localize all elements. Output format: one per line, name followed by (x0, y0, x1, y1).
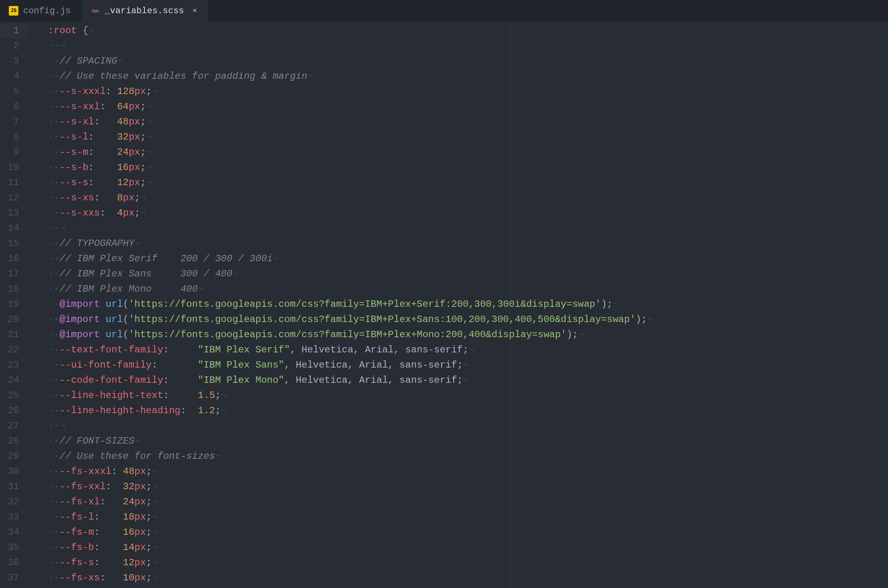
code-line[interactable]: ··--s-xl: 48px;¬ (48, 114, 888, 130)
code-line[interactable]: ··@import url('https://fonts.googleapis.… (48, 327, 888, 342)
token: // IBM Plex Sans 300 / 400 (60, 268, 232, 279)
code-line[interactable]: ··--fs-xl: 24px;¬ (48, 494, 888, 510)
code-line[interactable]: ··--fs-m: 16px;¬ (48, 525, 888, 540)
line-number: 35 (0, 540, 28, 555)
code-line[interactable]: ··--text-font-family: "IBM Plex Serif", … (48, 342, 888, 358)
eol-glyph: ¬ (152, 512, 157, 522)
code-line[interactable]: ··--ui-font-family: "IBM Plex Sans", Hel… (48, 358, 888, 373)
code-line[interactable]: ··// SPACING¬ (48, 54, 888, 69)
indent-guide: ·· (48, 86, 60, 97)
token: px (134, 527, 146, 538)
eol-glyph: ¬ (146, 132, 152, 142)
indent-guide: ·· (48, 496, 60, 507)
token: ; (146, 496, 152, 507)
code-line[interactable]: ··--s-xxs: 4px;¬ (48, 206, 888, 221)
token: ; (146, 542, 152, 553)
token: px (134, 542, 146, 553)
token: --fs-s (60, 557, 94, 568)
line-number: 21 (0, 327, 28, 342)
token: 'https://fonts.googleapis.com/css?family… (129, 314, 636, 325)
token: --s-xxl (60, 101, 100, 112)
code-line[interactable]: ··--s-xxxl: 128px;¬ (48, 84, 888, 99)
code-line[interactable]: ··--s-b: 16px;¬ (48, 160, 888, 175)
eol-glyph: ¬ (117, 56, 123, 66)
indent-guide: ·· (48, 390, 60, 401)
eol-glyph: ¬ (152, 86, 157, 97)
code-line[interactable]: :root {¬ (48, 23, 888, 38)
token: --s-xs (60, 192, 94, 203)
code-line[interactable]: ··// FONT-SIZES¬ (48, 434, 888, 449)
token: px (134, 496, 146, 507)
code-line[interactable]: ··// Use these for font-sizes¬ (48, 449, 888, 464)
code-line[interactable]: ··--s-xs: 8px;¬ (48, 190, 888, 206)
token: : (88, 147, 117, 158)
token: sans-serif (400, 375, 457, 386)
code-line[interactable]: ··--line-height-text: 1.5;¬ (48, 388, 888, 403)
code-line[interactable]: ··--s-m: 24px;¬ (48, 145, 888, 160)
token: --fs-l (60, 512, 94, 522)
code-line[interactable]: ··// IBM Plex Sans 300 / 400¬ (48, 266, 888, 282)
token: --line-height-text (60, 390, 163, 401)
code-line[interactable]: ··¬ (48, 418, 888, 434)
token: px (129, 132, 140, 142)
eol-glyph: ¬ (146, 162, 152, 173)
token: --fs-xxxl (60, 466, 112, 477)
code-line[interactable]: ··--fs-l: 18px;¬ (48, 510, 888, 525)
code-editor[interactable]: 1234567891011121314151617181920212223242… (0, 22, 888, 588)
token: : (94, 512, 123, 522)
eol-glyph: ¬ (134, 436, 140, 446)
token: @import (60, 329, 100, 340)
tab-config-js[interactable]: JS config.js (0, 0, 82, 22)
line-number: 5 (0, 84, 28, 99)
token: url (106, 314, 123, 325)
token: // Use these for font-sizes (60, 451, 215, 462)
token: 48 (123, 466, 134, 477)
token (100, 299, 106, 310)
code-line[interactable]: ··@import url('https://fonts.googleapis.… (48, 297, 888, 312)
token: : (163, 375, 198, 386)
token: : (100, 496, 123, 507)
code-line[interactable]: ··--s-xxl: 64px;¬ (48, 99, 888, 114)
code-line[interactable]: ··--s-s: 12px;¬ (48, 175, 888, 190)
token: ; (146, 557, 152, 568)
code-line[interactable]: ··--fs-xs: 10px;¬ (48, 570, 888, 586)
code-line[interactable]: ··--line-height-heading: 1.2;¬ (48, 403, 888, 418)
code-line[interactable]: ··// Use these variables for padding & m… (48, 69, 888, 84)
code-line[interactable]: ··--s-l: 32px;¬ (48, 130, 888, 145)
close-icon[interactable]: × (191, 7, 198, 14)
code-line[interactable]: ··@import url('https://fonts.googleapis.… (48, 312, 888, 327)
code-line[interactable]: ··// IBM Plex Serif 200 / 300 / 300i¬ (48, 251, 888, 266)
eol-glyph: ¬ (463, 360, 468, 370)
code-line[interactable]: ··--code-font-family: "IBM Plex Mono", H… (48, 373, 888, 388)
indent-guide: ·· (48, 147, 60, 158)
line-number: 7 (0, 114, 28, 130)
indent-guide: ·· (48, 527, 60, 538)
line-number: 11 (0, 175, 28, 190)
token: ; (146, 572, 152, 583)
code-line[interactable]: ··// IBM Plex Mono 400¬ (48, 282, 888, 297)
token: px (129, 101, 140, 112)
indent-guide: ·· (48, 223, 60, 234)
code-line[interactable]: ··¬ (48, 38, 888, 54)
token: "IBM Plex Sans" (198, 360, 284, 370)
token: : (100, 101, 117, 112)
code-area[interactable]: :root {¬··¬··// SPACING¬··// Use these v… (28, 22, 888, 588)
token: --s-l (60, 132, 88, 142)
code-line[interactable]: ··// TYPOGRAPHY¬ (48, 236, 888, 251)
token: ); (636, 314, 647, 325)
code-line[interactable]: ··¬ (48, 221, 888, 236)
eol-glyph: ¬ (215, 451, 221, 462)
code-line[interactable]: ··--fs-b: 14px;¬ (48, 540, 888, 555)
line-number: 28 (0, 434, 28, 449)
code-line[interactable]: ··--fs-xxxl: 48px;¬ (48, 464, 888, 479)
tab-variables-scss[interactable]: Sass _variables.scss × (82, 0, 209, 22)
token: 24 (117, 147, 129, 158)
indent-guide: ·· (48, 101, 60, 112)
token: --line-height-heading (60, 405, 180, 416)
indent-guide: ·· (48, 405, 60, 416)
indent-guide: ·· (48, 572, 60, 583)
code-line[interactable]: ··--fs-s: 12px;¬ (48, 555, 888, 570)
token: px (134, 572, 146, 583)
token: 'https://fonts.googleapis.com/css?family… (129, 329, 567, 340)
code-line[interactable]: ··--fs-xxl: 32px;¬ (48, 479, 888, 494)
